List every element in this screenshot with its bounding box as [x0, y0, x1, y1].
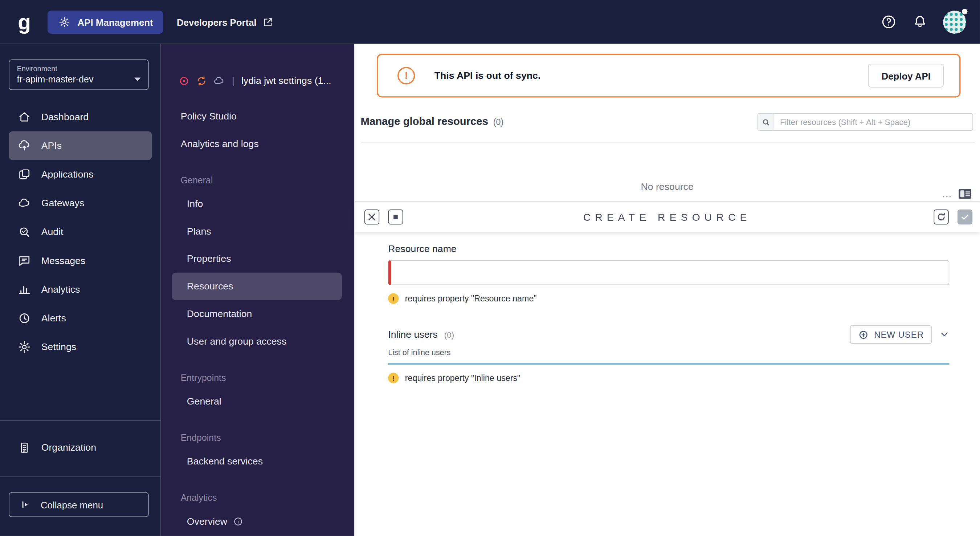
app-window: g API Management Developers Portal Env: [0, 0, 980, 536]
user-avatar[interactable]: [943, 10, 966, 34]
sync-icon: [196, 75, 208, 87]
reset-refresh-icon[interactable]: [934, 209, 949, 225]
gateway-cloud-icon: [18, 196, 31, 210]
resource-name-error: ! requires property "Resource name": [388, 294, 949, 304]
search-icon[interactable]: [758, 114, 775, 130]
cloud-icon: [213, 75, 225, 87]
submenu-section-endpoints: Endpoints: [161, 423, 355, 448]
plus-circle-icon: [858, 329, 868, 340]
section-divider: [388, 363, 949, 364]
submenu-item-entrypoints-general[interactable]: General: [172, 388, 342, 415]
filter-resources-input[interactable]: [774, 114, 972, 130]
inline-users-hint: List of inline users: [388, 348, 949, 357]
warning-icon: !: [388, 373, 399, 383]
warning-icon: !: [398, 67, 415, 84]
sidebar-item-dashboard[interactable]: Dashboard: [9, 102, 152, 131]
sidebar-item-alerts[interactable]: Alerts: [9, 304, 152, 333]
page-title: Manage global resources: [361, 116, 488, 128]
environment-value: fr-apim-master-dev: [17, 75, 93, 85]
create-resource-panel: CREATE RESOURCE Resource name ! requires…: [354, 201, 980, 536]
api-title: lydia jwt settings (1...: [241, 75, 331, 86]
sidebar-item-applications[interactable]: Applications: [9, 160, 152, 189]
empty-state-text: No resource: [354, 181, 980, 193]
home-icon: [18, 110, 31, 124]
developers-portal-link[interactable]: Developers Portal: [177, 17, 275, 27]
api-title-row: | lydia jwt settings (1...: [178, 71, 355, 90]
sidebar-divider: [0, 420, 161, 421]
submenu-item-policy-studio[interactable]: Policy Studio: [172, 102, 342, 130]
collapse-icon: [18, 499, 32, 510]
chevron-down-icon: [134, 78, 140, 81]
top-bar: g API Management Developers Portal: [0, 0, 980, 44]
expand-panel-icon[interactable]: [388, 209, 403, 225]
main-content: ! This API is out of sync. Deploy API Ma…: [354, 44, 980, 536]
sidebar-item-label: Alerts: [41, 313, 66, 324]
drag-handle-dots-icon[interactable]: [941, 191, 952, 197]
submenu-section-analytics: Analytics: [161, 483, 355, 508]
sidebar-item-organization[interactable]: Organization: [9, 433, 152, 462]
deploy-api-button[interactable]: Deploy API: [868, 64, 944, 88]
sidebar-item-settings[interactable]: Settings: [9, 333, 152, 361]
panel-layout-toggle-icon[interactable]: [958, 188, 972, 200]
sidebar-item-label: Gateways: [41, 198, 84, 209]
sidebar-item-label: Messages: [41, 255, 86, 266]
audit-search-icon: [18, 225, 31, 239]
sidebar-item-audit[interactable]: Audit: [9, 217, 152, 246]
submenu-item-overview[interactable]: Overview: [172, 508, 342, 535]
chevron-down-icon[interactable]: [939, 329, 950, 340]
submenu-item-resources[interactable]: Resources: [172, 273, 342, 300]
help-icon[interactable]: [881, 14, 897, 30]
bell-icon[interactable]: [912, 14, 928, 30]
stopped-status-icon: [178, 75, 190, 87]
inline-users-label: Inline users: [388, 329, 438, 340]
environment-label: Environment: [17, 65, 140, 73]
sidebar-divider: [0, 477, 161, 477]
bar-chart-icon: [18, 282, 31, 296]
sidebar-item-label: APIs: [41, 140, 62, 152]
sidebar-item-messages[interactable]: Messages: [9, 246, 152, 275]
resource-name-input[interactable]: [388, 260, 949, 285]
submenu-item-backend-services[interactable]: Backend services: [172, 448, 342, 475]
gear-icon: [57, 16, 71, 28]
create-resource-form: Resource name ! requires property "Resou…: [354, 232, 980, 383]
resources-header: Manage global resources (0): [361, 113, 973, 131]
api-management-switch[interactable]: API Management: [48, 10, 163, 34]
collapse-menu-label: Collapse menu: [41, 499, 103, 510]
submenu-item-documentation[interactable]: Documentation: [172, 300, 342, 328]
inline-users-count: (0): [444, 330, 454, 340]
clock-icon: [18, 311, 31, 325]
sidebar-item-gateways[interactable]: Gateways: [9, 189, 152, 217]
close-icon[interactable]: [364, 209, 379, 225]
gravitee-logo[interactable]: g: [10, 10, 39, 34]
submenu-section-general: General: [161, 165, 355, 190]
external-link-icon: [261, 17, 275, 27]
sidebar-item-analytics[interactable]: Analytics: [9, 275, 152, 304]
submenu-item-analytics-and-logs[interactable]: Analytics and logs: [172, 130, 342, 158]
developers-portal-label: Developers Portal: [177, 17, 257, 27]
inline-users-section: Inline users (0) NEW USER List of inline…: [388, 325, 949, 383]
collapse-menu-button[interactable]: Collapse menu: [9, 492, 149, 517]
primary-sidebar: Environment fr-apim-master-dev Dashboard…: [0, 44, 161, 536]
inline-users-error: ! requires property "Inline users": [388, 373, 949, 383]
submenu-item-user-and-group-access[interactable]: User and group access: [172, 327, 342, 355]
create-resource-title: CREATE RESOURCE: [354, 211, 980, 223]
sidebar-item-label: Analytics: [41, 284, 80, 295]
sidebar-item-apis[interactable]: APIs: [9, 131, 152, 160]
applications-icon: [18, 168, 31, 181]
sidebar-nav: Dashboard APIs Applications Gateways Aud…: [0, 102, 161, 361]
out-of-sync-message: This API is out of sync.: [434, 70, 541, 81]
submenu-item-info[interactable]: Info: [172, 190, 342, 217]
status-dot: [962, 8, 967, 14]
cloud-apis-icon: [18, 139, 31, 153]
messages-bubble-icon: [18, 254, 31, 268]
environment-selector[interactable]: Environment fr-apim-master-dev: [9, 59, 149, 90]
organization-building-icon: [18, 441, 31, 455]
api-submenu: | lydia jwt settings (1... Policy Studio…: [161, 44, 355, 536]
submenu-item-plans[interactable]: Plans: [172, 217, 342, 245]
save-check-icon[interactable]: [958, 209, 972, 225]
submenu-item-properties[interactable]: Properties: [172, 245, 342, 273]
resource-count: (0): [493, 117, 503, 127]
new-user-button[interactable]: NEW USER: [850, 325, 932, 344]
filter-resources-box: [757, 113, 973, 131]
info-icon: [233, 516, 243, 526]
